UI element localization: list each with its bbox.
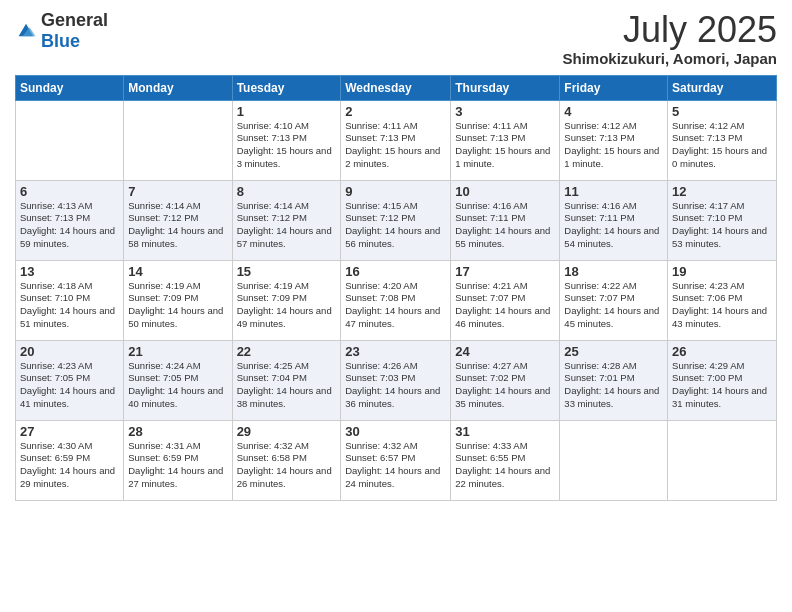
page: General Blue July 2025 Shimokizukuri, Ao… [0,0,792,612]
table-row: 28 Sunrise: 4:31 AMSunset: 6:59 PMDaylig… [124,420,232,500]
day-info: Sunrise: 4:29 AMSunset: 7:00 PMDaylight:… [672,360,767,409]
table-row: 3 Sunrise: 4:11 AMSunset: 7:13 PMDayligh… [451,100,560,180]
day-info: Sunrise: 4:21 AMSunset: 7:07 PMDaylight:… [455,280,550,329]
table-row: 13 Sunrise: 4:18 AMSunset: 7:10 PMDaylig… [16,260,124,340]
day-number: 20 [20,344,119,359]
day-number: 21 [128,344,227,359]
weekday-header-row: Sunday Monday Tuesday Wednesday Thursday… [16,75,777,100]
day-info: Sunrise: 4:23 AMSunset: 7:06 PMDaylight:… [672,280,767,329]
logo-text: General Blue [41,10,108,52]
day-info: Sunrise: 4:13 AMSunset: 7:13 PMDaylight:… [20,200,115,249]
logo-general: General [41,10,108,30]
table-row: 31 Sunrise: 4:33 AMSunset: 6:55 PMDaylig… [451,420,560,500]
day-info: Sunrise: 4:32 AMSunset: 6:58 PMDaylight:… [237,440,332,489]
table-row: 10 Sunrise: 4:16 AMSunset: 7:11 PMDaylig… [451,180,560,260]
day-number: 6 [20,184,119,199]
day-number: 27 [20,424,119,439]
header-tuesday: Tuesday [232,75,341,100]
calendar-week-row: 6 Sunrise: 4:13 AMSunset: 7:13 PMDayligh… [16,180,777,260]
table-row: 29 Sunrise: 4:32 AMSunset: 6:58 PMDaylig… [232,420,341,500]
logo-blue: Blue [41,31,80,51]
header-friday: Friday [560,75,668,100]
day-number: 30 [345,424,446,439]
table-row: 23 Sunrise: 4:26 AMSunset: 7:03 PMDaylig… [341,340,451,420]
table-row: 26 Sunrise: 4:29 AMSunset: 7:00 PMDaylig… [668,340,777,420]
day-info: Sunrise: 4:15 AMSunset: 7:12 PMDaylight:… [345,200,440,249]
table-row: 21 Sunrise: 4:24 AMSunset: 7:05 PMDaylig… [124,340,232,420]
table-row: 25 Sunrise: 4:28 AMSunset: 7:01 PMDaylig… [560,340,668,420]
day-info: Sunrise: 4:23 AMSunset: 7:05 PMDaylight:… [20,360,115,409]
day-info: Sunrise: 4:28 AMSunset: 7:01 PMDaylight:… [564,360,659,409]
table-row: 12 Sunrise: 4:17 AMSunset: 7:10 PMDaylig… [668,180,777,260]
day-number: 7 [128,184,227,199]
day-number: 4 [564,104,663,119]
table-row: 9 Sunrise: 4:15 AMSunset: 7:12 PMDayligh… [341,180,451,260]
day-info: Sunrise: 4:26 AMSunset: 7:03 PMDaylight:… [345,360,440,409]
day-number: 1 [237,104,337,119]
table-row: 18 Sunrise: 4:22 AMSunset: 7:07 PMDaylig… [560,260,668,340]
day-number: 12 [672,184,772,199]
day-info: Sunrise: 4:32 AMSunset: 6:57 PMDaylight:… [345,440,440,489]
header-saturday: Saturday [668,75,777,100]
logo: General Blue [15,10,108,52]
day-number: 11 [564,184,663,199]
day-number: 22 [237,344,337,359]
day-number: 14 [128,264,227,279]
table-row: 4 Sunrise: 4:12 AMSunset: 7:13 PMDayligh… [560,100,668,180]
day-number: 2 [345,104,446,119]
table-row [668,420,777,500]
day-number: 26 [672,344,772,359]
table-row: 20 Sunrise: 4:23 AMSunset: 7:05 PMDaylig… [16,340,124,420]
calendar-week-row: 20 Sunrise: 4:23 AMSunset: 7:05 PMDaylig… [16,340,777,420]
title-block: July 2025 Shimokizukuri, Aomori, Japan [563,10,777,67]
day-info: Sunrise: 4:30 AMSunset: 6:59 PMDaylight:… [20,440,115,489]
table-row: 5 Sunrise: 4:12 AMSunset: 7:13 PMDayligh… [668,100,777,180]
header-sunday: Sunday [16,75,124,100]
table-row: 15 Sunrise: 4:19 AMSunset: 7:09 PMDaylig… [232,260,341,340]
header-monday: Monday [124,75,232,100]
day-info: Sunrise: 4:25 AMSunset: 7:04 PMDaylight:… [237,360,332,409]
table-row: 30 Sunrise: 4:32 AMSunset: 6:57 PMDaylig… [341,420,451,500]
main-title: July 2025 [563,10,777,50]
day-number: 9 [345,184,446,199]
day-info: Sunrise: 4:14 AMSunset: 7:12 PMDaylight:… [237,200,332,249]
day-info: Sunrise: 4:19 AMSunset: 7:09 PMDaylight:… [128,280,223,329]
day-number: 18 [564,264,663,279]
table-row [124,100,232,180]
day-info: Sunrise: 4:10 AMSunset: 7:13 PMDaylight:… [237,120,332,169]
logo-icon [15,20,37,42]
subtitle: Shimokizukuri, Aomori, Japan [563,50,777,67]
day-info: Sunrise: 4:14 AMSunset: 7:12 PMDaylight:… [128,200,223,249]
calendar-week-row: 13 Sunrise: 4:18 AMSunset: 7:10 PMDaylig… [16,260,777,340]
day-number: 13 [20,264,119,279]
day-number: 19 [672,264,772,279]
table-row: 11 Sunrise: 4:16 AMSunset: 7:11 PMDaylig… [560,180,668,260]
day-number: 10 [455,184,555,199]
day-info: Sunrise: 4:17 AMSunset: 7:10 PMDaylight:… [672,200,767,249]
day-number: 25 [564,344,663,359]
day-number: 5 [672,104,772,119]
day-info: Sunrise: 4:16 AMSunset: 7:11 PMDaylight:… [455,200,550,249]
header: General Blue July 2025 Shimokizukuri, Ao… [15,10,777,67]
table-row: 7 Sunrise: 4:14 AMSunset: 7:12 PMDayligh… [124,180,232,260]
table-row: 22 Sunrise: 4:25 AMSunset: 7:04 PMDaylig… [232,340,341,420]
table-row: 2 Sunrise: 4:11 AMSunset: 7:13 PMDayligh… [341,100,451,180]
table-row: 16 Sunrise: 4:20 AMSunset: 7:08 PMDaylig… [341,260,451,340]
table-row: 17 Sunrise: 4:21 AMSunset: 7:07 PMDaylig… [451,260,560,340]
day-info: Sunrise: 4:27 AMSunset: 7:02 PMDaylight:… [455,360,550,409]
day-number: 15 [237,264,337,279]
day-info: Sunrise: 4:31 AMSunset: 6:59 PMDaylight:… [128,440,223,489]
day-info: Sunrise: 4:16 AMSunset: 7:11 PMDaylight:… [564,200,659,249]
day-info: Sunrise: 4:22 AMSunset: 7:07 PMDaylight:… [564,280,659,329]
header-wednesday: Wednesday [341,75,451,100]
day-number: 8 [237,184,337,199]
table-row [16,100,124,180]
day-number: 31 [455,424,555,439]
day-info: Sunrise: 4:18 AMSunset: 7:10 PMDaylight:… [20,280,115,329]
day-info: Sunrise: 4:11 AMSunset: 7:13 PMDaylight:… [345,120,440,169]
table-row: 24 Sunrise: 4:27 AMSunset: 7:02 PMDaylig… [451,340,560,420]
table-row: 27 Sunrise: 4:30 AMSunset: 6:59 PMDaylig… [16,420,124,500]
day-number: 28 [128,424,227,439]
calendar-week-row: 1 Sunrise: 4:10 AMSunset: 7:13 PMDayligh… [16,100,777,180]
day-info: Sunrise: 4:12 AMSunset: 7:13 PMDaylight:… [564,120,659,169]
